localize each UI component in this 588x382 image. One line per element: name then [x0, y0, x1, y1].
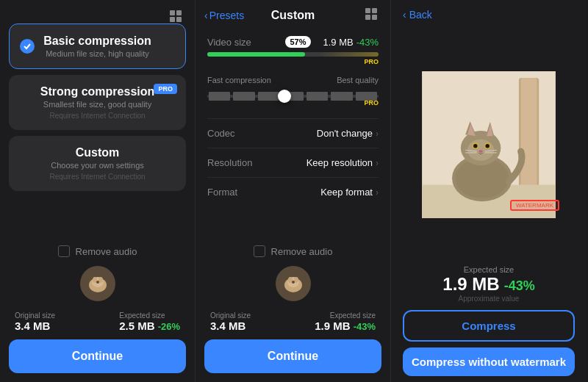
video-size-label: Video size [207, 37, 251, 48]
back-to-presets[interactable]: ‹ Presets [204, 10, 244, 21]
compress-without-watermark-button[interactable]: Compress without watermark [403, 347, 575, 376]
svg-rect-0 [170, 10, 175, 15]
compression-slider-container: 57% PRO [207, 52, 379, 65]
cat-preview-image [415, 71, 562, 218]
quality-labels-row: Fast compression Best quality [207, 76, 379, 84]
remove-audio-label-panel2: Remove audio [271, 246, 333, 257]
remove-audio-checkbox[interactable] [58, 245, 70, 257]
back-button-panel3[interactable]: ‹ Back [403, 9, 432, 21]
options-list: Basic compression Medium file size, high… [0, 18, 195, 239]
panel1-header [0, 0, 195, 18]
svg-point-36 [478, 150, 482, 153]
svg-point-19 [292, 281, 295, 284]
thumbnail-panel1 [80, 266, 115, 301]
option-custom[interactable]: Custom Choose your own settings Requires… [9, 136, 186, 191]
svg-point-9 [96, 281, 99, 284]
option-strong-title: Strong compression [21, 85, 174, 98]
expected-value-p2: 1.9 MB [315, 320, 350, 332]
thumbnail-panel2 [276, 266, 311, 301]
codec-chevron-icon: › [376, 129, 379, 139]
option-basic-title: Basic compression [21, 35, 173, 48]
best-label: Best quality [337, 76, 379, 84]
format-row[interactable]: Format Keep format › [207, 177, 379, 206]
panel2-header: ‹ Presets Custom [196, 0, 390, 31]
remove-audio-row-panel2: Remove audio [196, 239, 390, 266]
expected-size-col: Expected size 2.5 MB -26% [119, 311, 180, 332]
option-basic-subtitle: Medium file size, high quality [21, 49, 173, 58]
back-label-p3: Back [409, 9, 432, 21]
slider-percent-label: 57% [285, 36, 310, 48]
option-custom-title: Custom [21, 146, 174, 159]
option-strong-subtitle: Smallest file size, good quality [21, 100, 174, 109]
resolution-row[interactable]: Resolution Keep resolution › [207, 148, 379, 177]
video-size-diff: -43% [356, 37, 379, 48]
panel2-bottom: Original size 3.4 MB Expected size 1.9 M… [196, 266, 390, 382]
compression-slider[interactable] [207, 52, 379, 57]
continue-button-panel1[interactable]: Continue [9, 339, 186, 373]
original-size-col: Original size 3.4 MB [15, 311, 55, 332]
resolution-value: Keep resolution › [306, 157, 379, 168]
expected-size-label: Expected size [119, 311, 180, 320]
panel-preview: ‹ Back [391, 0, 587, 382]
back-label: Presets [209, 10, 244, 21]
quality-track [207, 95, 379, 98]
compress-button[interactable]: Compress [403, 310, 575, 342]
size-row-panel2: Original size 3.4 MB Expected size 1.9 M… [204, 311, 381, 339]
svg-point-34 [473, 144, 477, 148]
expected-size-value: 2.5 MB [119, 320, 154, 332]
approx-label: Approximate value [403, 295, 575, 303]
svg-point-31 [467, 139, 494, 160]
option-basic[interactable]: Basic compression Medium file size, high… [9, 24, 186, 69]
video-size-value: 1.9 MB [323, 37, 353, 48]
expected-size-diff: -26% [158, 321, 180, 332]
expected-size-section: Expected size 1.9 MB -43% Approximate va… [391, 259, 587, 382]
fast-label: Fast compression [207, 76, 271, 84]
resolution-label: Resolution [207, 157, 252, 168]
expected-size-value-p3: 1.9 MB [442, 274, 499, 295]
grid-icon-panel2[interactable] [364, 7, 379, 24]
expected-size-col-p2: Expected size 1.9 MB -43% [315, 311, 376, 332]
preview-image-container: WATERMARK [391, 29, 587, 259]
resolution-chevron-icon: › [376, 158, 379, 168]
svg-rect-1 [176, 10, 182, 15]
remove-audio-checkbox-panel2[interactable] [254, 245, 265, 257]
svg-point-35 [485, 144, 489, 148]
codec-value: Don't change › [317, 128, 379, 139]
size-row-panel1: Original size 3.4 MB Expected size 2.5 M… [9, 311, 186, 339]
option-strong[interactable]: PRO Strong compression Smallest file siz… [9, 75, 186, 130]
panel1-bottom: Original size 3.4 MB Expected size 2.5 M… [0, 266, 195, 382]
pro-slider-label: PRO [207, 58, 379, 65]
check-icon [20, 39, 35, 54]
codec-label: Codec [207, 128, 235, 139]
svg-rect-11 [372, 8, 377, 13]
svg-rect-13 [372, 15, 377, 20]
remove-audio-label: Remove audio [76, 246, 137, 257]
format-chevron-icon: › [376, 187, 379, 198]
quality-slider[interactable]: PRO [207, 95, 379, 107]
option-strong-requires: Requires Internet Connection [21, 112, 174, 120]
original-size-col-p2: Original size 3.4 MB [210, 311, 251, 332]
expected-size-label-p3: Expected size [403, 265, 575, 274]
format-value: Keep format › [320, 187, 379, 198]
option-custom-subtitle: Choose your own settings [21, 161, 174, 170]
expected-label-p2: Expected size [315, 311, 376, 320]
panel2-title: Custom [271, 9, 315, 22]
svg-rect-3 [176, 17, 182, 22]
codec-row[interactable]: Codec Don't change › [207, 118, 379, 148]
panel3-header: ‹ Back [391, 0, 587, 29]
expected-diff-p3: -43% [504, 278, 535, 294]
remove-audio-row: Remove audio [0, 239, 195, 266]
format-label: Format [207, 187, 237, 198]
continue-button-panel2[interactable]: Continue [204, 339, 381, 373]
original-label-p2: Original size [210, 311, 251, 320]
pro-gradient [318, 52, 379, 57]
expected-diff-p2: -43% [354, 321, 376, 332]
back-chevron-icon-p3: ‹ [403, 9, 406, 21]
svg-rect-2 [170, 17, 175, 22]
back-chevron-icon: ‹ [204, 10, 208, 21]
pro-badge: PRO [154, 84, 177, 94]
watermark-overlay: WATERMARK [510, 200, 559, 211]
panel-compression-options: Basic compression Medium file size, high… [0, 0, 196, 382]
svg-rect-10 [365, 8, 370, 13]
panel-custom-settings: ‹ Presets Custom Video size 1.9 MB -43% … [196, 0, 391, 382]
